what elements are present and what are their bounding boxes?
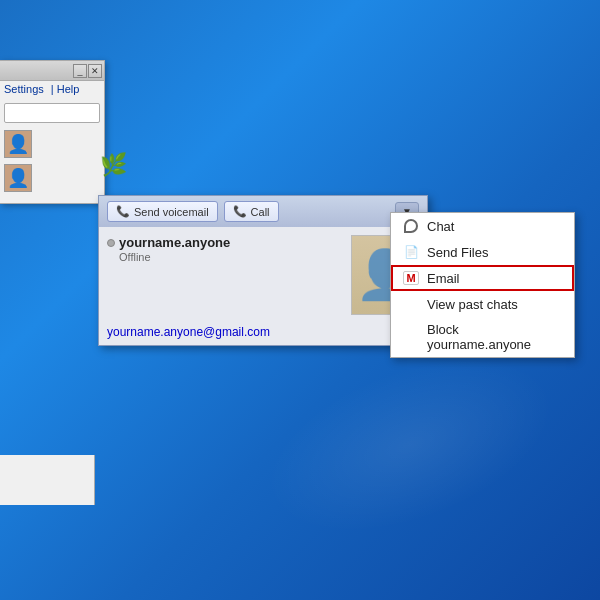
menu-view-past-chats-label: View past chats: [427, 297, 518, 312]
call-button[interactable]: 📞 Call: [224, 201, 279, 222]
contact-card-header: 📞 Send voicemail 📞 Call ▼: [99, 196, 427, 227]
view-past-chats-icon: [403, 296, 419, 312]
send-voicemail-button[interactable]: 📞 Send voicemail: [107, 201, 218, 222]
menu-item-email[interactable]: M Email: [391, 265, 574, 291]
avatar-1: 👤: [4, 130, 32, 158]
gmail-icon: M: [403, 270, 419, 286]
close-button[interactable]: ✕: [88, 64, 102, 78]
settings-menu[interactable]: Settings: [4, 83, 44, 95]
menu-item-view-past-chats[interactable]: View past chats: [391, 291, 574, 317]
send-files-icon: 📄: [403, 244, 419, 260]
gtalk-bottom-panel: 0: [0, 455, 95, 505]
contact-card: 📞 Send voicemail 📞 Call ▼ yourname.anyon…: [98, 195, 428, 346]
menubar: Settings | Help: [0, 81, 104, 97]
call-phone-icon: 📞: [233, 205, 247, 218]
contact-name-text: yourname.anyone: [119, 235, 230, 250]
menu-email-label: Email: [427, 271, 460, 286]
menu-separator: |: [51, 83, 54, 95]
context-menu: Chat 📄 Send Files M Email View past chat…: [390, 212, 575, 358]
menu-item-block[interactable]: Block yourname.anyone: [391, 317, 574, 357]
help-menu[interactable]: Help: [57, 83, 80, 95]
avatar-person-icon: 👤: [7, 133, 29, 155]
search-input[interactable]: [4, 103, 100, 123]
menu-block-label: Block yourname.anyone: [427, 322, 562, 352]
phone-icon: 📞: [116, 205, 130, 218]
menu-item-chat[interactable]: Chat: [391, 213, 574, 239]
status-dot-offline: [107, 239, 115, 247]
contact-name: yourname.anyone: [107, 235, 343, 250]
block-icon: [403, 329, 419, 345]
menu-item-send-files[interactable]: 📄 Send Files: [391, 239, 574, 265]
avatar-person-icon-2: 👤: [7, 167, 29, 189]
gtalk-panel: _ ✕ Settings | Help 👤 👤: [0, 60, 105, 204]
minimize-button[interactable]: _: [73, 64, 87, 78]
contact-row-1[interactable]: 👤: [0, 127, 104, 161]
titlebar: _ ✕: [0, 61, 104, 81]
contact-info: yourname.anyone Offline: [107, 235, 343, 315]
contact-email-link[interactable]: yourname.anyone@gmail.com: [99, 323, 427, 345]
send-voicemail-label: Send voicemail: [134, 206, 209, 218]
menu-send-files-label: Send Files: [427, 245, 488, 260]
gtalk-logo-icon: 🌿: [100, 152, 128, 180]
contact-card-body: yourname.anyone Offline 👤: [99, 227, 427, 323]
call-label: Call: [251, 206, 270, 218]
menu-chat-label: Chat: [427, 219, 454, 234]
chat-icon: [403, 218, 419, 234]
contact-row-2[interactable]: 👤: [0, 161, 104, 195]
contact-status-text: Offline: [119, 251, 343, 263]
avatar-2: 👤: [4, 164, 32, 192]
